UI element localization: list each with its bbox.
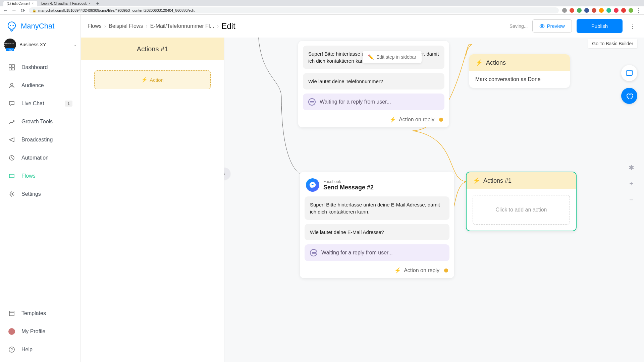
templates-icon xyxy=(8,310,15,317)
sidebar-item-dashboard[interactable]: Dashboard xyxy=(0,58,80,76)
reload-button[interactable]: ⟳ xyxy=(20,8,25,13)
account-switcher[interactable]: BUSINESS XY PRO Business XY ⌄ xyxy=(0,38,80,52)
go-basic-builder[interactable]: Go To Basic Builder xyxy=(588,39,637,48)
sidebar-item-label: Audience xyxy=(21,82,44,88)
assistant-button[interactable] xyxy=(621,88,637,104)
new-tab-button[interactable]: + xyxy=(95,0,101,6)
address-bar[interactable]: 🔒 manychat.com/fb181039443240830­9/cms/f… xyxy=(29,7,559,13)
eye-icon xyxy=(539,23,545,29)
automation-icon xyxy=(8,154,15,162)
ext-icon[interactable] xyxy=(562,8,567,13)
connector-dot[interactable] xyxy=(439,118,443,122)
crumb[interactable]: E-Mail/Telefonnummer Fl... xyxy=(150,23,214,29)
action-on-reply[interactable]: ⚡ Action on reply xyxy=(305,264,449,274)
chevron-right-icon: › xyxy=(146,23,147,29)
save-status: Saving... xyxy=(509,23,528,29)
publish-button[interactable]: Publish xyxy=(577,19,623,33)
more-button[interactable]: ⋮ xyxy=(627,19,637,33)
sidebar-item-settings[interactable]: Settings xyxy=(0,185,80,203)
message-text: Super! Bitte hinterlasse unten deine E-M… xyxy=(305,196,449,220)
panel-title: Actions #1 xyxy=(81,38,224,60)
add-block-button[interactable]: + xyxy=(621,65,637,81)
tab-strip: (1) Edit Content × Leon R. Chaudhari | F… xyxy=(0,0,644,6)
extension-icons: ⋮ xyxy=(562,8,641,13)
sidebar-item-templates[interactable]: Templates xyxy=(0,304,80,322)
svg-rect-6 xyxy=(12,68,14,70)
zoom-fit-button[interactable]: ✱ xyxy=(625,162,637,174)
ext-icon[interactable] xyxy=(614,8,619,13)
sidebar-item-growthtools[interactable]: Growth Tools xyxy=(0,113,80,131)
bolt-icon: ⚡ xyxy=(473,177,480,184)
sidebar-item-flows[interactable]: Flows xyxy=(0,167,80,185)
logo[interactable]: ManyChat xyxy=(0,15,80,38)
action-label: Mark conversation as Done xyxy=(469,71,570,88)
crumb[interactable]: Flows xyxy=(88,23,102,29)
sidebar-item-label: Settings xyxy=(21,191,41,197)
ext-icon[interactable] xyxy=(621,8,626,13)
message-text: Wie lautet deine E-Mail Adresse? xyxy=(305,224,449,240)
svg-point-7 xyxy=(11,83,13,86)
ext-icon[interactable] xyxy=(599,8,604,13)
ext-icon[interactable] xyxy=(584,8,589,13)
sidebar-item-livechat[interactable]: Live Chat 1 xyxy=(0,95,80,113)
logo-icon xyxy=(6,20,17,32)
node-title: Actions #1 xyxy=(483,177,512,184)
ext-icon[interactable] xyxy=(606,8,611,13)
sidebar-item-audience[interactable]: Audience xyxy=(0,76,80,95)
close-icon[interactable]: × xyxy=(89,2,91,5)
click-to-add-action[interactable]: Click to add an action xyxy=(473,195,570,225)
account-name: Business XY xyxy=(19,42,70,47)
bolt-icon: ⚡ xyxy=(475,59,483,66)
page-title: Edit xyxy=(221,21,235,31)
svg-text:+: + xyxy=(632,69,633,73)
sidebar-item-broadcasting[interactable]: Broadcasting xyxy=(0,131,80,149)
sidebar-item-help[interactable]: ? Help xyxy=(0,341,80,359)
action-on-reply[interactable]: ⚡ Action on reply xyxy=(303,114,444,123)
sidebar-item-label: Growth Tools xyxy=(21,119,53,125)
ext-icon[interactable] xyxy=(592,8,596,13)
svg-point-9 xyxy=(11,193,13,195)
sidebar-item-label: Templates xyxy=(21,310,46,316)
svg-rect-10 xyxy=(9,311,14,316)
lock-icon: 🔒 xyxy=(32,9,36,12)
ext-icon[interactable] xyxy=(570,8,574,13)
connector-dot[interactable] xyxy=(444,268,448,273)
tab-title: Leon R. Chaudhari | Facebook xyxy=(41,2,87,5)
collapse-panel-button[interactable]: ‹ xyxy=(224,168,230,180)
zoom-out-button[interactable]: − xyxy=(625,194,637,206)
badge: 1 xyxy=(65,101,72,107)
actions-node[interactable]: ⚡ Actions Mark conversation as Done xyxy=(469,54,570,88)
back-button[interactable]: ← xyxy=(3,8,8,13)
flow-node-send-message[interactable]: Facebook Send Message #2 Super! Bitte hi… xyxy=(300,172,454,278)
sidebar-item-profile[interactable]: My Profile xyxy=(0,322,80,341)
waiting-indicator: Waiting for a reply from user... xyxy=(303,94,444,110)
chat-icon xyxy=(8,100,15,107)
audience-icon xyxy=(8,82,15,89)
browser-tab-active[interactable]: (1) Edit Content × xyxy=(3,1,37,6)
ext-icon[interactable] xyxy=(577,8,582,13)
preview-button[interactable]: Preview xyxy=(532,19,572,33)
node-title: Actions xyxy=(486,59,506,66)
menu-icon[interactable]: ⋮ xyxy=(636,8,641,13)
forward-button[interactable]: → xyxy=(11,8,17,13)
sidebar-item-label: Help xyxy=(21,347,33,353)
pencil-icon: ✏️ xyxy=(368,54,374,60)
sidebar-item-label: Automation xyxy=(21,155,49,161)
gear-icon xyxy=(8,190,15,198)
zoom-in-button[interactable]: + xyxy=(625,178,637,190)
crumb[interactable]: Beispiel Flows xyxy=(109,23,143,29)
editor-panel: Actions #1 ⚡ Action xyxy=(81,38,224,362)
chat-icon xyxy=(310,249,317,256)
chevron-right-icon: › xyxy=(104,23,106,29)
svg-rect-3 xyxy=(9,65,11,67)
profile-icon xyxy=(8,328,15,335)
close-icon[interactable]: × xyxy=(32,2,34,5)
avatar[interactable] xyxy=(629,8,633,13)
broadcast-icon xyxy=(8,136,15,143)
flow-canvas[interactable]: ‹ ✏️ Edit step in sidebar Super! Bitte h… xyxy=(224,38,644,362)
add-action-button[interactable]: ⚡ Action xyxy=(94,70,211,89)
pro-badge: PRO xyxy=(6,48,14,51)
actions-node-selected[interactable]: ⚡ Actions #1 Click to add an action xyxy=(466,172,577,231)
browser-tab[interactable]: Leon R. Chaudhari | Facebook × xyxy=(38,1,94,6)
sidebar-item-automation[interactable]: Automation xyxy=(0,149,80,167)
